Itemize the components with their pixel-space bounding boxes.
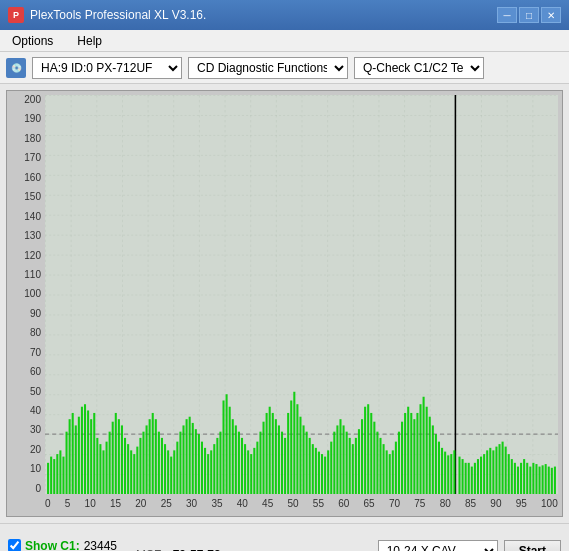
x-label-70: 70	[389, 498, 400, 509]
svg-rect-58	[204, 448, 206, 494]
maximize-button[interactable]: □	[519, 7, 539, 23]
x-label-55: 55	[313, 498, 324, 509]
svg-rect-151	[492, 450, 494, 494]
svg-rect-30	[118, 419, 120, 494]
function-select[interactable]: CD Diagnostic Functions	[188, 57, 348, 79]
svg-rect-24	[99, 444, 101, 494]
svg-rect-149	[486, 450, 488, 494]
bottom-panel: Show C1: 23445 Show C2: 127 Show CU: 0 M…	[0, 523, 569, 551]
svg-rect-81	[275, 419, 277, 494]
svg-rect-98	[327, 450, 329, 494]
drive-icon: 💿	[6, 58, 26, 78]
stats-area: MSF: 79:57:72 LBA: 359847	[136, 548, 266, 552]
svg-rect-135	[441, 448, 443, 494]
checkboxes-area: Show C1: 23445 Show C2: 127 Show CU: 0	[8, 539, 128, 552]
svg-rect-44	[161, 438, 163, 494]
y-label-90: 90	[30, 309, 41, 319]
svg-rect-37	[139, 438, 141, 494]
svg-rect-104	[346, 432, 348, 494]
close-button[interactable]: ✕	[541, 7, 561, 23]
svg-rect-14	[69, 419, 71, 494]
svg-rect-38	[142, 432, 144, 494]
x-label-75: 75	[414, 498, 425, 509]
svg-rect-159	[517, 467, 519, 494]
svg-rect-90	[303, 425, 305, 494]
svg-rect-148	[483, 454, 485, 494]
chart-container: 200 190 180 170 160 150 140 130 120 110 …	[6, 90, 563, 517]
svg-rect-93	[312, 444, 314, 494]
x-label-60: 60	[338, 498, 349, 509]
y-label-60: 60	[30, 367, 41, 377]
svg-rect-76	[259, 432, 261, 494]
app-icon: P	[8, 7, 24, 23]
x-label-35: 35	[211, 498, 222, 509]
svg-rect-111	[367, 404, 369, 494]
y-label-170: 170	[24, 153, 41, 163]
svg-rect-84	[284, 438, 286, 494]
svg-rect-125	[410, 413, 412, 494]
start-button[interactable]: Start	[504, 540, 561, 552]
svg-rect-9	[53, 459, 55, 494]
svg-rect-16	[75, 425, 77, 494]
x-label-80: 80	[440, 498, 451, 509]
svg-rect-74	[253, 448, 255, 494]
svg-rect-87	[293, 392, 295, 494]
svg-rect-113	[373, 422, 375, 494]
svg-rect-133	[435, 434, 437, 494]
svg-rect-146	[477, 459, 479, 494]
svg-rect-116	[383, 444, 385, 494]
svg-rect-72	[247, 450, 249, 494]
svg-rect-19	[84, 404, 86, 494]
y-label-50: 50	[30, 387, 41, 397]
svg-rect-89	[299, 417, 301, 494]
c1-checkbox[interactable]	[8, 539, 21, 551]
svg-rect-126	[413, 419, 415, 494]
svg-rect-158	[514, 463, 516, 494]
svg-rect-147	[480, 457, 482, 494]
svg-rect-107	[355, 438, 357, 494]
minimize-button[interactable]: ─	[497, 7, 517, 23]
svg-rect-170	[551, 468, 553, 494]
menu-help[interactable]: Help	[69, 32, 110, 50]
svg-rect-119	[392, 450, 394, 494]
speed-select[interactable]: 10-24 X CAV 10 X CLV 16 X CLV 24 X CLV	[378, 540, 498, 552]
drive-select[interactable]: HA:9 ID:0 PX-712UF	[32, 57, 182, 79]
svg-rect-124	[407, 407, 409, 494]
svg-rect-40	[149, 419, 151, 494]
svg-rect-86	[290, 400, 292, 494]
y-label-140: 140	[24, 212, 41, 222]
svg-rect-68	[235, 425, 237, 494]
svg-rect-80	[272, 413, 274, 494]
svg-rect-131	[429, 417, 431, 494]
svg-rect-103	[343, 425, 345, 494]
svg-rect-85	[287, 413, 289, 494]
c1-value: 23445	[84, 539, 117, 552]
svg-rect-31	[121, 425, 123, 494]
x-label-85: 85	[465, 498, 476, 509]
x-label-5: 5	[65, 498, 71, 509]
svg-rect-130	[426, 407, 428, 494]
svg-rect-156	[508, 454, 510, 494]
x-label-25: 25	[161, 498, 172, 509]
svg-rect-120	[395, 442, 397, 494]
svg-rect-43	[158, 432, 160, 494]
y-label-80: 80	[30, 328, 41, 338]
svg-rect-23	[96, 438, 98, 494]
msf-label: MSF:	[136, 548, 165, 552]
window-controls: ─ □ ✕	[497, 7, 561, 23]
svg-rect-12	[62, 457, 64, 494]
svg-rect-51	[182, 425, 184, 494]
svg-rect-39	[146, 425, 148, 494]
svg-rect-7	[47, 463, 49, 494]
test-select[interactable]: Q-Check C1/C2 Test	[354, 57, 484, 79]
x-label-50: 50	[287, 498, 298, 509]
svg-rect-53	[189, 417, 191, 494]
svg-rect-50	[179, 432, 181, 494]
svg-rect-26	[106, 442, 108, 494]
svg-rect-67	[232, 419, 234, 494]
svg-rect-106	[352, 444, 354, 494]
svg-rect-70	[241, 438, 243, 494]
menu-options[interactable]: Options	[4, 32, 61, 50]
svg-rect-48	[173, 450, 175, 494]
svg-rect-83	[281, 432, 283, 494]
